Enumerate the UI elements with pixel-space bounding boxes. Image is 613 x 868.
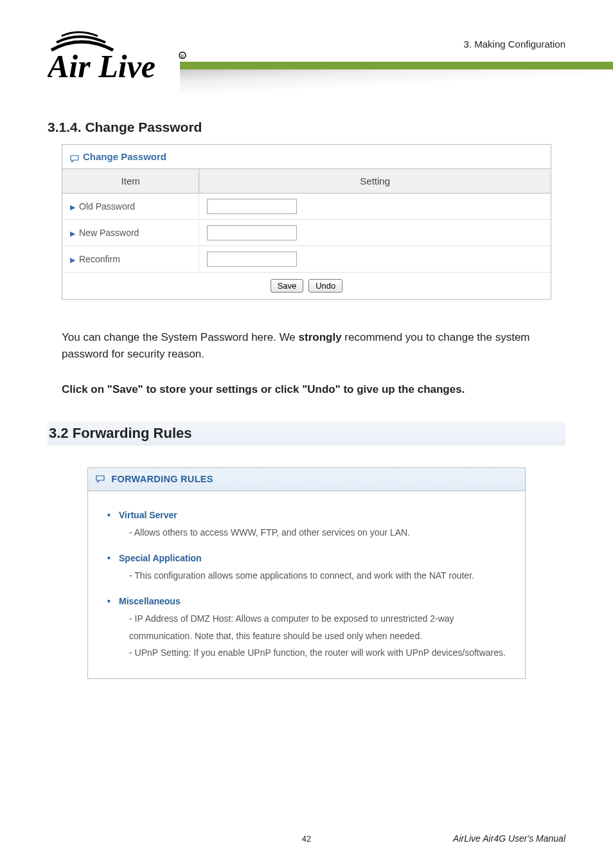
airlive-logo: Air Live R — [48, 27, 189, 85]
change-password-table: Item Setting ▶Old Password ▶New Password… — [62, 169, 551, 299]
forwarding-rules-title-text: FORWARDING RULES — [111, 474, 213, 484]
page-header: 3. Making Configuration Air Live R — [0, 0, 613, 116]
triangle-icon: ▶ — [70, 203, 75, 211]
row-reconfirm-label: ▶Reconfirm — [62, 246, 199, 273]
section-32-heading: 3.2 Forwarding Rules — [48, 421, 565, 446]
triangle-icon: ▶ — [70, 230, 75, 237]
new-password-text: New Password — [79, 228, 139, 238]
save-button[interactable]: Save — [271, 279, 304, 293]
forwarding-item-special-application: Special Application - This configuration… — [110, 550, 511, 584]
section-314-heading: 3.1.4. Change Password — [48, 120, 565, 135]
paragraph-1: You can change the System Password here.… — [62, 329, 551, 363]
svg-text:Air Live: Air Live — [48, 48, 155, 82]
old-password-input[interactable] — [207, 199, 297, 214]
forwarding-rules-panel: FORWARDING RULES Virtual Server - Allows… — [87, 467, 526, 679]
row-new-password-label: ▶New Password — [62, 220, 199, 246]
p2-text: Click on "Save" to store your settings o… — [62, 383, 465, 395]
item-desc: - IP Address of DMZ Host: Allows a compu… — [110, 610, 511, 662]
item-desc: - This configuration allows some applica… — [110, 567, 511, 584]
change-password-title: Change Password — [62, 145, 551, 169]
item-title: Special Application — [110, 553, 202, 563]
p1-strong: strongly — [299, 331, 342, 343]
manual-reference: AirLive Air4G User's Manual — [453, 833, 565, 844]
forwarding-item-virtual-server: Virtual Server - Allows others to access… — [110, 507, 511, 541]
triangle-icon: ▶ — [70, 256, 75, 264]
old-password-text: Old Password — [79, 201, 135, 212]
p1-part-a: You can change the System Password here.… — [62, 331, 299, 343]
body-text-block: You can change the System Password here.… — [62, 329, 551, 398]
paragraph-2: Click on "Save" to store your settings o… — [62, 381, 551, 398]
forwarding-item-miscellaneous: Miscellaneous - IP Address of DMZ Host: … — [110, 593, 511, 661]
change-password-panel: Change Password Item Setting ▶Old Passwo… — [62, 144, 551, 300]
item-title: Virtual Server — [110, 510, 177, 520]
page-content: 3.1.4. Change Password Change Password I… — [0, 120, 613, 679]
chapter-reference: 3. Making Configuration — [464, 39, 565, 50]
speech-bubble-icon — [96, 475, 107, 485]
change-password-title-text: Change Password — [83, 151, 166, 162]
speech-bubble-icon — [70, 154, 79, 161]
svg-text:R: R — [181, 54, 184, 59]
forwarding-rules-body: Virtual Server - Allows others to access… — [88, 491, 525, 678]
reconfirm-input[interactable] — [207, 251, 297, 267]
forwarding-rules-title: FORWARDING RULES — [88, 468, 525, 491]
col-setting: Setting — [199, 169, 551, 194]
row-old-password-label: ▶Old Password — [62, 194, 199, 220]
reconfirm-text: Reconfirm — [79, 254, 120, 264]
undo-button[interactable]: Undo — [308, 279, 342, 293]
new-password-input[interactable] — [207, 225, 297, 240]
item-title: Miscellaneous — [110, 596, 181, 606]
col-item: Item — [62, 169, 199, 194]
header-accent-band — [180, 62, 613, 107]
item-desc: - Allows others to access WWW, FTP, and … — [110, 524, 511, 541]
page-footer: 42 AirLive Air4G User's Manual — [0, 834, 613, 844]
